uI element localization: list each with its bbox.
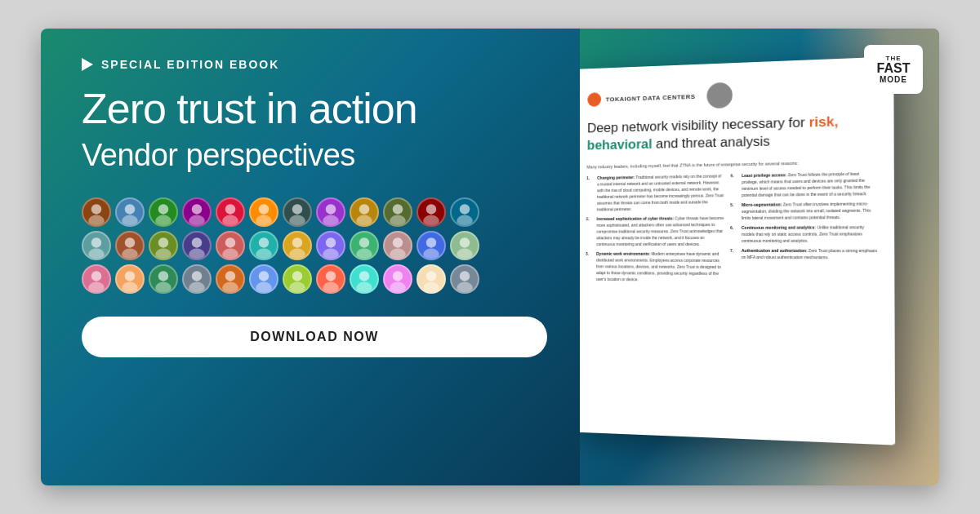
svg-point-37 (289, 248, 305, 259)
svg-point-34 (259, 237, 269, 247)
left-section: SPECIAL EDITION EBOOK Zero trust in acti… (41, 29, 580, 485)
book-list-item: 5.Micro-segmentation: Zero Trust often i… (730, 201, 877, 222)
book-list-item: 2.Increased sophistication of cyber thre… (586, 215, 724, 248)
svg-point-43 (390, 248, 406, 259)
svg-point-29 (155, 248, 172, 259)
svg-point-36 (292, 237, 302, 247)
svg-point-25 (88, 248, 105, 259)
svg-point-24 (91, 237, 101, 247)
svg-point-12 (292, 204, 302, 214)
svg-point-26 (125, 237, 135, 247)
svg-point-16 (359, 204, 369, 214)
svg-point-46 (460, 237, 470, 247)
svg-point-38 (326, 237, 336, 247)
svg-point-52 (158, 271, 168, 281)
svg-point-70 (460, 271, 470, 281)
svg-point-39 (323, 248, 339, 259)
svg-point-7 (189, 215, 205, 226)
avatar-item (350, 197, 379, 227)
company-logo-icon (587, 92, 601, 107)
svg-point-67 (390, 281, 406, 293)
author-avatar (706, 82, 732, 109)
fast-mode-logo: THE FAST MODE (864, 45, 923, 94)
avatar-item (149, 197, 178, 227)
avatar-item (450, 264, 479, 294)
svg-point-62 (326, 271, 336, 281)
book-logo-row: TOKAIGNT DATA CENTERS (587, 77, 876, 112)
book-title-part1: Deep network visibility necessary for (587, 114, 809, 135)
svg-point-31 (189, 248, 205, 259)
avatar-item (450, 197, 479, 227)
svg-point-57 (222, 281, 238, 293)
svg-point-11 (256, 215, 272, 226)
sub-title: Vendor perspectives (82, 137, 547, 175)
svg-point-68 (426, 271, 436, 281)
svg-point-53 (155, 281, 172, 293)
svg-point-22 (460, 204, 470, 214)
book-inner-title: Deep network visibility necessary for ri… (587, 112, 877, 154)
svg-point-6 (192, 204, 202, 214)
svg-point-21 (423, 215, 439, 226)
special-edition-label: SPECIAL EDITION EBOOK (101, 58, 279, 71)
svg-point-3 (122, 215, 138, 226)
avatar-item (182, 231, 212, 260)
download-button[interactable]: DOWNLOAD NOW (82, 317, 547, 357)
avatar-item (216, 197, 245, 227)
book-list-item: 3.Dynamic work environments: Modern ente… (586, 250, 724, 283)
fast-mode-mode: MODE (880, 75, 907, 84)
fast-mode-fast: FAST (877, 62, 911, 75)
book-list-item: 7.Authentication and authorization: Zero… (730, 247, 877, 261)
svg-point-18 (393, 204, 403, 214)
svg-point-50 (125, 271, 135, 281)
svg-point-15 (323, 215, 339, 226)
svg-point-20 (426, 204, 436, 214)
svg-point-41 (356, 248, 372, 259)
book-title-part3: and threat analysis (653, 134, 770, 152)
svg-point-32 (225, 237, 235, 247)
svg-point-2 (125, 204, 135, 214)
avatar-item (316, 264, 345, 294)
svg-point-69 (423, 281, 439, 293)
book-right-list: 4.Least privilege access: Zero Trust fol… (730, 171, 877, 261)
avatar-item (182, 264, 212, 294)
avatar-item (216, 264, 245, 294)
avatar-item (283, 197, 312, 227)
svg-point-51 (122, 281, 138, 293)
svg-point-64 (359, 271, 369, 281)
avatar-item (182, 197, 212, 227)
svg-point-58 (259, 271, 269, 281)
right-section: THE FAST MODE TOKAIGNT DATA CENTERS Deep… (580, 29, 939, 485)
avatar-item (216, 231, 245, 260)
avatar-item (316, 231, 345, 260)
avatar-item (383, 231, 412, 260)
svg-point-10 (259, 204, 269, 214)
avatar-item (82, 264, 111, 294)
svg-point-47 (457, 248, 473, 259)
svg-point-14 (326, 204, 336, 214)
svg-point-66 (393, 271, 403, 281)
avatar-item (149, 264, 178, 294)
book-title-highlight2: behavioral (587, 136, 653, 153)
avatar-item (82, 197, 111, 227)
book-list-item: 1.Changing perimeter: Traditional securi… (586, 173, 724, 213)
avatar-item (249, 264, 278, 294)
svg-point-30 (192, 237, 202, 247)
outer-frame: SPECIAL EDITION EBOOK Zero trust in acti… (0, 0, 980, 514)
book-left-list: 1.Changing perimeter: Traditional securi… (586, 173, 724, 284)
book-left-column: 1.Changing perimeter: Traditional securi… (586, 173, 724, 287)
avatar-item (416, 197, 446, 227)
avatar-item (316, 197, 345, 227)
avatar-item (416, 231, 446, 260)
book-body-text: Many industry leaders, including myself,… (586, 158, 876, 171)
book-list-item: 4.Least privilege access: Zero Trust fol… (730, 171, 877, 199)
svg-point-56 (225, 271, 235, 281)
svg-point-9 (222, 215, 238, 226)
avatar-item (115, 197, 145, 227)
book-title-highlight1: risk, (809, 113, 839, 130)
avatar-item (383, 264, 412, 294)
svg-point-40 (359, 237, 369, 247)
svg-point-54 (192, 271, 202, 281)
svg-point-42 (393, 237, 403, 247)
avatar-item (450, 231, 479, 260)
svg-point-8 (225, 204, 235, 214)
